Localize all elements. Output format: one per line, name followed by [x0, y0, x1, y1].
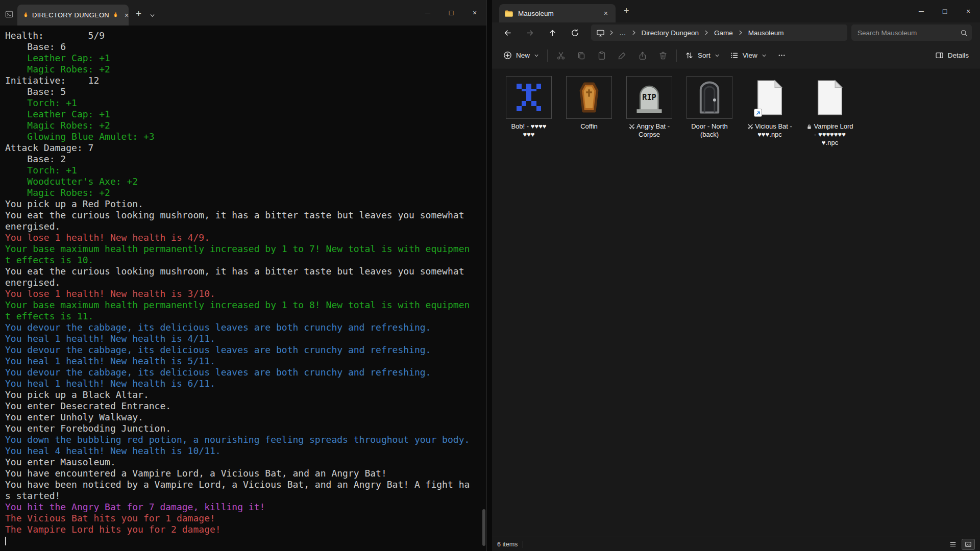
explorer-commandbar: New Sort: [492, 43, 980, 68]
terminal-line: You eat the curious looking mushroom, it…: [5, 210, 486, 221]
terminal-line: You lose 1 health! New health is 3/10.: [5, 288, 486, 299]
swords-icon: [629, 123, 635, 130]
paste-icon[interactable]: [592, 47, 612, 64]
cut-icon[interactable]: [551, 47, 571, 64]
flame-icon: [22, 11, 29, 19]
chevron-right-icon[interactable]: [737, 30, 744, 36]
chevron-down-icon: [534, 53, 539, 58]
file-tile[interactable]: RIPAngry Bat -Corpse: [621, 76, 678, 139]
chevron-right-icon[interactable]: [630, 30, 638, 36]
terminal-line: Leather Cap: +1: [5, 109, 486, 120]
file-tile[interactable]: Door - North(back): [681, 76, 738, 139]
shortcut-arrow-icon: [754, 109, 762, 117]
details-button[interactable]: Details: [930, 47, 974, 64]
coffin-icon: [566, 76, 612, 119]
terminal-line: Magic Robes: +2: [5, 187, 486, 198]
terminal-line: Base: 6: [5, 41, 486, 53]
terminal-line: You pick up a Black Altar.: [5, 389, 486, 400]
file-label: Door - North(back): [691, 122, 728, 139]
new-button[interactable]: New: [498, 47, 544, 64]
terminal-line: Torch: +1: [5, 165, 486, 176]
terminal-line: You pick up a Red Potion.: [5, 198, 486, 210]
details-pane-icon: [935, 51, 944, 60]
divider: [523, 541, 523, 548]
terminal-line: You devour the cabbage, its delicious le…: [5, 322, 486, 333]
desktop: DIRECTORY DUNGEON × + ─ □ × Health: 5/9 …: [0, 0, 980, 551]
minimize-button[interactable]: ─: [416, 0, 439, 26]
up-icon[interactable]: [541, 23, 564, 42]
breadcrumb-segment[interactable]: Mausoleum: [745, 28, 787, 38]
close-button[interactable]: ×: [957, 0, 980, 22]
terminal-titlebar[interactable]: DIRECTORY DUNGEON × + ─ □ ×: [0, 0, 486, 26]
terminal-window: DIRECTORY DUNGEON × + ─ □ × Health: 5/9 …: [0, 0, 487, 551]
terminal-line: Initiative: 12: [5, 75, 486, 86]
view-button[interactable]: View: [725, 47, 772, 64]
rename-icon[interactable]: [612, 47, 632, 64]
terminal-line: Glowing Blue Amulet: +3: [5, 131, 486, 142]
terminal-line: You enter Foreboding Junction.: [5, 423, 486, 434]
sort-button-label: Sort: [698, 52, 710, 59]
search-input[interactable]: [857, 29, 960, 37]
terminal-line: You heal 1 health! New health is 4/11.: [5, 333, 486, 344]
large-icons-view-toggle-icon[interactable]: [962, 539, 975, 550]
minimize-button[interactable]: ─: [910, 0, 933, 22]
terminal-scrollbar[interactable]: [482, 509, 485, 546]
file-explorer-window: Mausoleum × + ─ □ ×: [492, 0, 980, 551]
chevron-right-icon[interactable]: [703, 30, 710, 36]
more-options-icon[interactable]: [772, 47, 792, 64]
back-icon[interactable]: [496, 23, 519, 42]
swords-icon: [747, 123, 753, 130]
forward-icon[interactable]: [519, 23, 541, 42]
file-tile[interactable]: Vicious Bat -♥♥♥.npc: [741, 76, 798, 139]
folder-icon: [504, 9, 513, 17]
explorer-tab[interactable]: Mausoleum ×: [499, 4, 616, 22]
file-label: Coffin: [580, 122, 598, 131]
tab-close-icon[interactable]: ×: [601, 9, 610, 18]
details-view-toggle-icon[interactable]: [946, 539, 960, 550]
explorer-content[interactable]: Bob! - ♥♥♥♥♥♥♥CoffinRIPAngry Bat -Corpse…: [492, 69, 980, 537]
chevron-right-icon[interactable]: [608, 30, 615, 36]
terminal-line: Base: 5: [5, 86, 486, 97]
explorer-tab-title: Mausoleum: [518, 10, 554, 17]
refresh-icon[interactable]: [564, 23, 586, 42]
breadcrumb-segment[interactable]: Game: [711, 28, 736, 38]
terminal-line: The Vampire Lord hits you for 2 damage!: [5, 524, 486, 535]
file-tile[interactable]: Coffin: [560, 76, 618, 131]
sort-button[interactable]: Sort: [680, 47, 725, 64]
breadcrumb-segment[interactable]: Directory Dungeon: [639, 28, 702, 38]
terminal-line: You lose 1 health! New health is 4/9.: [5, 232, 486, 243]
breadcrumb-segment[interactable]: …: [616, 28, 629, 38]
gravestone-icon: RIP: [626, 76, 672, 119]
address-bar[interactable]: …Directory DungeonGameMausoleum: [591, 24, 847, 41]
new-tab-button[interactable]: +: [624, 6, 629, 16]
search-icon[interactable]: [960, 29, 968, 37]
terminal-output[interactable]: Health: 5/9 Base: 6 Leather Cap: +1 Magi…: [0, 26, 486, 551]
file-tile[interactable]: Bob! - ♥♥♥♥♥♥♥: [500, 76, 557, 139]
close-button[interactable]: ×: [463, 0, 486, 26]
delete-icon[interactable]: [653, 47, 673, 64]
terminal-line: You down the bubbling red potion, a nour…: [5, 434, 486, 445]
terminal-line: You have been noticed by a Vampire Lord,…: [5, 479, 486, 490]
terminal-tab-title: DIRECTORY DUNGEON: [32, 11, 109, 19]
terminal-line: s started!: [5, 490, 486, 502]
maximize-button[interactable]: □: [439, 0, 463, 26]
terminal-line: Leather Cap: +1: [5, 53, 486, 64]
this-pc-icon[interactable]: [596, 29, 605, 37]
terminal-line: Your base maximum health permanently inc…: [5, 299, 486, 311]
copy-icon[interactable]: [571, 47, 592, 64]
tab-close-icon[interactable]: ×: [122, 11, 131, 20]
tab-dropdown-icon[interactable]: [150, 13, 155, 18]
terminal-line: Torch: +1: [5, 97, 486, 109]
file-tile[interactable]: Vampire Lord- ♥♥♥♥♥♥♥♥.npc: [801, 76, 859, 147]
flame-icon: [112, 11, 119, 19]
share-icon[interactable]: [632, 47, 653, 64]
explorer-titlebar[interactable]: Mausoleum × + ─ □ ×: [492, 0, 980, 22]
terminal-tab[interactable]: DIRECTORY DUNGEON ×: [17, 5, 129, 26]
svg-text:RIP: RIP: [642, 93, 656, 102]
maximize-button[interactable]: □: [933, 0, 957, 22]
search-box[interactable]: [851, 24, 972, 41]
terminal-line: You enter Unholy Walkway.: [5, 412, 486, 423]
new-tab-button[interactable]: +: [136, 8, 141, 19]
door-icon: [687, 76, 732, 119]
terminal-line: energised.: [5, 277, 486, 288]
